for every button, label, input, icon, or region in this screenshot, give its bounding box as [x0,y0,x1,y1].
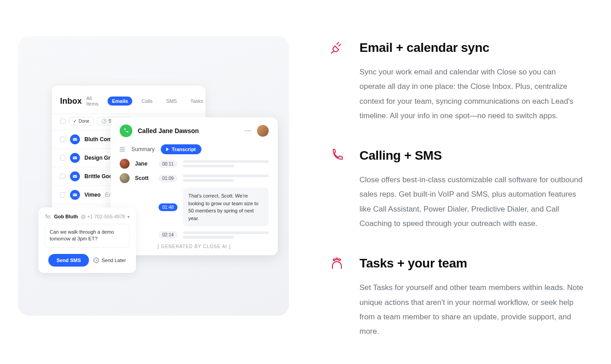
feature-title: Calling + SMS [359,148,584,163]
svg-rect-3 [73,194,77,196]
transcript-bars [183,175,269,182]
phone-icon [120,124,132,137]
summary-tab[interactable]: Summary [131,146,154,152]
row-checkbox[interactable] [60,174,65,179]
minimize-icon[interactable] [244,130,252,131]
svg-point-6 [336,258,338,260]
play-icon [166,147,169,151]
illustration-panel: Inbox All Items Emails Calls SMS Tasks ✓… [0,0,289,364]
time-chip[interactable]: 02:14 [159,231,177,239]
time-chip[interactable]: 01:09 [159,175,177,182]
transcript-bars [183,160,269,167]
mail-icon [70,171,80,181]
done-label: Done [79,119,89,124]
mail-icon [70,134,80,144]
mail-icon [70,190,80,200]
done-button[interactable]: ✓ Done [69,117,93,125]
transcript-row: Jane 00:11 [120,159,269,169]
avatar-jane [120,159,130,169]
clock-icon [93,258,99,263]
phone-icon [330,148,346,231]
time-chip-active[interactable]: 01:48 [159,203,177,211]
send-later-button[interactable]: Send Later [93,258,126,263]
svg-point-5 [333,259,335,261]
inbox-title: Inbox [60,97,82,106]
sms-recipient-name: Gob Bluth [54,214,78,219]
mail-icon [70,153,80,163]
feature-title: Email + calendar sync [359,41,584,55]
row-checkbox[interactable] [60,192,65,198]
row-checkbox[interactable] [60,137,65,142]
svg-point-7 [339,259,340,261]
sms-message-input[interactable]: Can we walk through a demo tomorrow at 3… [45,224,130,248]
feature-desc: Sync your work email and calendar with C… [359,65,584,123]
send-sms-button[interactable]: Send SMS [48,254,89,267]
tab-calls[interactable]: Calls [137,97,157,106]
feature-title: Tasks + your team [359,256,584,271]
feature-calling-sms: Calling + SMS Close offers best-in-class… [330,148,584,231]
tab-sms[interactable]: SMS [162,97,182,106]
tab-tasks[interactable]: Tasks [186,97,208,106]
feature-email-calendar: Email + calendar sync Sync your work ema… [330,41,584,123]
transcript-row: Scott 01:09 [120,173,269,183]
select-all-checkbox[interactable] [60,119,65,124]
plug-icon [330,41,346,123]
transcript-bubble: That's correct, Scott. We're looking to … [183,188,269,226]
chevron-down-icon[interactable]: ▾ [127,214,130,219]
features-column: Email + calendar sync Sync your work ema… [289,0,611,364]
time-chip[interactable]: 00:11 [159,160,177,168]
tab-emails[interactable]: Emails [107,97,132,106]
feature-desc: Set Tasks for yourself and other team me… [359,281,584,339]
transcript-label: Transcript [172,147,196,152]
row-checkbox[interactable] [60,155,65,161]
transcript-tab[interactable]: Transcript [161,144,201,154]
tab-all-items[interactable]: All Items [82,94,103,108]
feature-tasks-team: Tasks + your team Set Tasks for yourself… [330,256,584,339]
row-company: Vimeo [84,192,101,198]
inbox-tabs: All Items Emails Calls SMS Tasks [82,94,208,108]
speaker-name: Scott [135,175,153,181]
speaker-name: Jane [135,161,153,167]
team-icon [330,256,346,339]
list-icon [120,147,125,152]
call-title: Called Jane Dawson [138,127,239,134]
svg-rect-0 [73,138,77,141]
transcript-row-active: 01:48 That's correct, Scott. We're looki… [120,188,269,226]
feature-desc: Close offers best-in-class customizable … [359,173,584,231]
sms-to-label: To: [45,214,51,219]
sms-card: To: Gob Bluth @ +1 702-555-4978 ▾ Can we… [38,207,136,273]
svg-rect-1 [73,157,77,159]
transcript-bars [183,231,269,239]
generated-note: [ GENERATED BY CLOSE AI ] [120,244,269,249]
avatar-scott [120,173,130,183]
svg-rect-2 [73,175,77,178]
avatar [257,125,269,137]
send-later-label: Send Later [102,258,126,263]
sms-recipient-phone: @ +1 702-555-4978 [81,214,125,219]
transcript-row: 02:14 [120,231,269,239]
